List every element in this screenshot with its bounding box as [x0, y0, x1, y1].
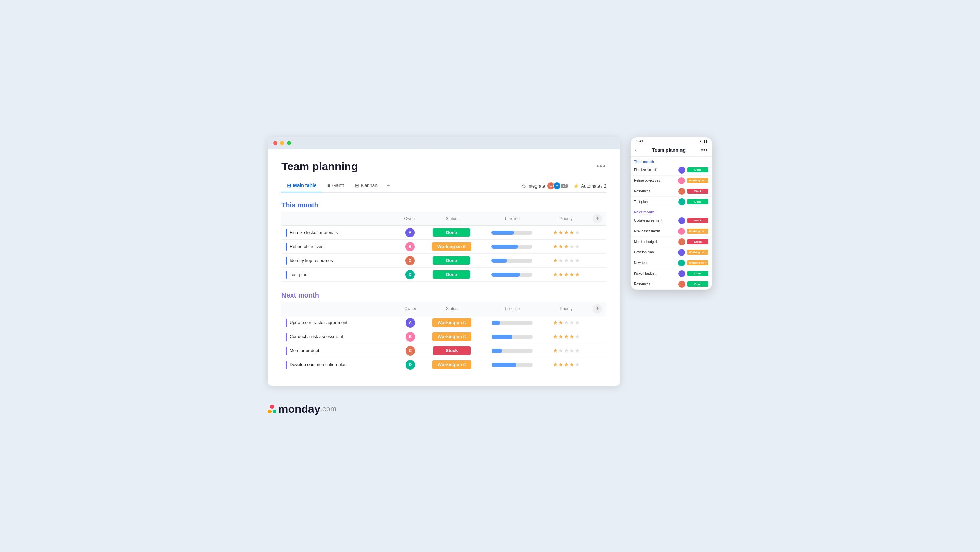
- stars: ★★★★★: [548, 333, 584, 340]
- col-task-nm: [282, 302, 398, 316]
- avatar: D: [405, 270, 415, 279]
- extra-cell: [589, 268, 606, 281]
- phone-status-badge: Working on it: [687, 228, 708, 234]
- status-badge[interactable]: Done: [433, 270, 470, 279]
- star: ★: [558, 243, 563, 250]
- status-badge[interactable]: Done: [433, 256, 470, 265]
- priority-cell: ★★★★★: [544, 240, 589, 254]
- add-column-button-nm[interactable]: +: [593, 304, 602, 314]
- tab-main-table[interactable]: ⊞ Main table: [282, 180, 322, 192]
- status-cell: Stuck: [423, 344, 480, 358]
- tab-kanban[interactable]: ⊟ Kanban: [350, 180, 383, 192]
- star: ★: [558, 347, 563, 354]
- task-name-cell: Refine objectives: [282, 240, 397, 254]
- task-border: [286, 333, 287, 341]
- phone-avatar: [678, 217, 685, 224]
- star: ★: [570, 257, 574, 264]
- list-item: Risk assessment Working on it: [630, 226, 712, 237]
- priority-cell: ★★★★★: [544, 344, 589, 358]
- table-row: Identify key resources C Done ★★★★★: [282, 254, 606, 268]
- timeline-cell: [480, 268, 544, 281]
- phone-time: 09:41: [635, 140, 644, 143]
- status-badge[interactable]: Working on it: [432, 242, 471, 251]
- tabs-right-actions: ◇ Integrate G M +2 ⚡ Automate / 2: [522, 182, 606, 190]
- task-border: [286, 271, 287, 279]
- table-row: Conduct a risk assessment B Working on i…: [282, 330, 606, 344]
- phone-avatar: [678, 177, 685, 184]
- timeline-cell: [480, 358, 544, 372]
- table-row: Refine objectives B Working on it ★★★★★: [282, 240, 606, 254]
- task-name: Refine objectives: [290, 244, 323, 249]
- automate-button[interactable]: ⚡ Automate / 2: [573, 184, 606, 189]
- list-item: Test plan Done: [630, 197, 712, 207]
- star: ★: [570, 271, 574, 278]
- task-name-cell: Test plan: [282, 268, 397, 281]
- table-icon: ⊞: [287, 183, 291, 188]
- phone-status-badge: Stuck: [687, 218, 708, 223]
- star: ★: [553, 319, 558, 326]
- phone-task-name: Develop plan: [634, 251, 676, 254]
- status-badge[interactable]: Working on it: [432, 360, 471, 369]
- task-name: Finalize kickoff materials: [290, 230, 338, 235]
- phone-status-badge: Done: [687, 281, 708, 287]
- priority-cell: ★★★★★: [544, 225, 589, 240]
- list-item: Resources Done: [630, 279, 712, 290]
- stars: ★★★★★: [548, 347, 584, 354]
- phone-task-name: Kickoff budget: [634, 271, 676, 275]
- avatar: B: [406, 332, 415, 342]
- phone-title: Team planning: [652, 147, 686, 153]
- phone-back-button[interactable]: ‹: [635, 146, 637, 154]
- more-menu-button[interactable]: •••: [597, 162, 606, 171]
- tab-gantt[interactable]: ≡ Gantt: [322, 180, 349, 192]
- integrate-icon: ◇: [522, 183, 525, 189]
- status-badge[interactable]: Working on it: [432, 332, 471, 341]
- phone-task-name: Resources: [634, 282, 676, 286]
- star: ★: [558, 229, 563, 236]
- task-name: Conduct a risk assessment: [290, 334, 343, 339]
- kanban-icon: ⊟: [355, 183, 359, 188]
- phone-avatar: [678, 270, 685, 277]
- phone-avatar: [678, 167, 685, 173]
- phone-more-button[interactable]: •••: [701, 147, 708, 153]
- this-month-tbody: Finalize kickoff materials A Done ★★★★★: [282, 225, 606, 281]
- star: ★: [553, 271, 558, 278]
- status-badge[interactable]: Working on it: [432, 318, 471, 327]
- wifi-icon: ▲: [699, 140, 702, 143]
- app-content: Team planning ••• ⊞ Main table ≡ Gantt ⊟: [268, 149, 620, 385]
- extra-cell: [589, 344, 606, 358]
- star: ★: [564, 271, 569, 278]
- stars: ★★★★★: [548, 319, 584, 326]
- col-priority-nm: Priority: [544, 302, 589, 316]
- priority-cell: ★★★★★: [544, 268, 589, 281]
- logo-icon: [268, 405, 276, 413]
- add-tab-button[interactable]: +: [383, 180, 394, 193]
- task-name-cell: Conduct a risk assessment: [282, 330, 398, 344]
- star: ★: [564, 243, 569, 250]
- add-column-button[interactable]: +: [593, 214, 602, 224]
- col-add: +: [589, 212, 606, 226]
- star: ★: [575, 271, 579, 278]
- status-badge[interactable]: Done: [433, 228, 470, 237]
- table-row: Develop communication plan D Working on …: [282, 358, 606, 372]
- star: ★: [575, 319, 579, 326]
- table-row: Monitor budget C Stuck ★★★★★: [282, 344, 606, 358]
- browser-dot-red: [273, 141, 277, 145]
- timeline-bar: [492, 349, 533, 353]
- table-row: Finalize kickoff materials A Done ★★★★★: [282, 225, 606, 240]
- col-add-nm: +: [589, 302, 606, 316]
- owner-cell: D: [398, 358, 423, 372]
- star: ★: [553, 347, 558, 354]
- star: ★: [558, 257, 563, 264]
- phone-task-name: Refine objectives: [634, 179, 676, 182]
- timeline-bar-fill: [492, 273, 520, 277]
- integrate-button[interactable]: ◇ Integrate G M +2: [522, 182, 568, 190]
- star: ★: [564, 347, 569, 354]
- timeline-bar-fill: [492, 349, 502, 353]
- star: ★: [553, 333, 558, 340]
- phone-this-month-rows: Finalize kickoff Done Refine objectives …: [630, 165, 712, 207]
- browser-window: Team planning ••• ⊞ Main table ≡ Gantt ⊟: [268, 137, 620, 385]
- timeline-bar: [492, 244, 532, 249]
- status-badge[interactable]: Stuck: [433, 346, 471, 355]
- star: ★: [553, 257, 558, 264]
- star: ★: [570, 243, 574, 250]
